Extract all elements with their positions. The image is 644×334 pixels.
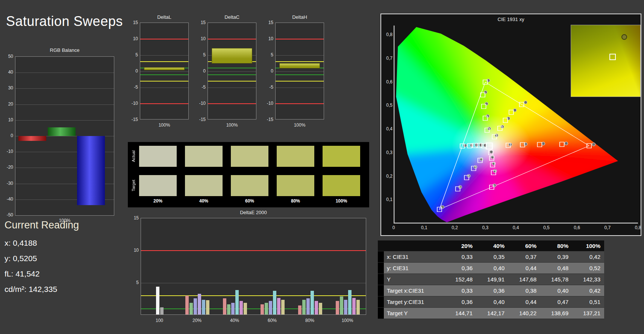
rgb-bar-green — [48, 127, 76, 136]
delta-bar — [144, 67, 185, 70]
deltae-bar — [356, 300, 360, 315]
cie-x-tick: 0 — [388, 225, 399, 230]
rgb-y-tick: 20 — [3, 101, 13, 107]
cie-y-tick: 0,7 — [382, 56, 392, 61]
deltae-y-tick: 5 — [128, 280, 139, 285]
cie-x-tick: 0,6 — [571, 225, 583, 230]
reading-y: y: 0,5205 — [5, 254, 79, 263]
deltae-bar — [239, 301, 243, 315]
rgb-gridline — [15, 73, 114, 73]
ref-line-green — [141, 308, 366, 309]
deltae-bar — [206, 300, 209, 315]
reading-cdm: cd/m²: 142,335 — [5, 285, 79, 294]
table-cell: 0,36 — [444, 296, 476, 308]
row-handle — [378, 251, 384, 263]
table-cell: 0,47 — [540, 296, 572, 308]
deltae-bar — [202, 300, 205, 315]
ref-line — [140, 81, 188, 82]
ref-line — [140, 39, 188, 39]
table-row: Target y:CIE310,360,400,440,470,51 — [378, 296, 604, 308]
rgb-bar-blue — [77, 136, 105, 205]
deltae-x-label: 60% — [261, 318, 283, 323]
table-cell: 0,39 — [540, 251, 572, 263]
delta-plot — [140, 23, 189, 119]
deltae-bar — [273, 291, 276, 315]
rgb-y-tick: -40 — [3, 196, 13, 202]
deltae-x-label: 40% — [223, 318, 246, 323]
table-col-header: 60% — [508, 240, 540, 251]
swatch-target-40% — [185, 175, 223, 196]
table-col-header: 100% — [572, 240, 604, 251]
delta-y-tick: 15 — [195, 20, 206, 25]
cie-y-tick: 0,6 — [382, 79, 392, 85]
page-title: Saturation Sweeps — [6, 14, 123, 29]
delta-y-tick: -10 — [127, 101, 138, 106]
rgb-y-tick: 30 — [3, 85, 13, 91]
swatch-actual-40% — [185, 146, 223, 167]
table-cell: 142,17 — [476, 308, 508, 319]
delta-y-tick: 0 — [262, 68, 273, 74]
table-corner — [378, 240, 384, 251]
swatch-actual-100% — [323, 146, 360, 167]
table-row-label: Y — [384, 274, 444, 285]
delta-y-tick: -5 — [127, 85, 138, 90]
table-col-header: 20% — [444, 240, 476, 251]
rgb-y-tick: 0 — [3, 133, 13, 138]
delta-x-label: 100% — [275, 122, 324, 128]
current-reading: Current Reading x: 0,4188y: 0,5205fL: 41… — [5, 219, 79, 300]
table-cell: 0,44 — [508, 296, 540, 308]
cie-y-tick: 0,2 — [382, 174, 392, 179]
delta-gridline — [140, 88, 188, 88]
reading-x: x: 0,4188 — [5, 239, 79, 248]
swatch-actual-20% — [139, 146, 177, 167]
deltae-bar — [189, 303, 193, 315]
table-row-label: x: CIE31 — [384, 251, 444, 263]
table-row: Target x:CIE310,330,360,380,400,42 — [378, 285, 604, 296]
deltae-plot — [141, 218, 366, 315]
cie-x-tick: 0,8 — [632, 225, 644, 230]
delta-y-tick: -15 — [127, 117, 138, 122]
ref-line — [140, 61, 188, 62]
deltae-bar — [298, 305, 302, 315]
table-corner — [384, 240, 444, 251]
deltae-bar — [231, 303, 235, 315]
table-row-label: y: CIE31 — [384, 263, 444, 274]
table-cell: 0,33 — [444, 285, 476, 296]
delta-chart-deltal: DeltaL151050-5-10-15100% — [127, 14, 190, 131]
delta-y-tick: 15 — [262, 20, 273, 25]
swatch-col-label: 80% — [277, 198, 314, 204]
row-handle — [378, 263, 384, 274]
table-row: Target Y144,71142,17140,22138,69137,21 — [378, 308, 604, 319]
deltae-bar — [223, 298, 226, 315]
deltae-bar — [185, 296, 189, 315]
ref-line — [276, 81, 324, 82]
table-cell: 0,40 — [476, 296, 508, 308]
cie-x-tick: 0,4 — [510, 225, 521, 230]
table-row: Y152,48149,91147,68145,78142,33 — [378, 274, 604, 285]
delta-chart-title: DeltaL — [140, 14, 189, 20]
deltae-bar — [336, 301, 339, 315]
table-cell: 0,52 — [572, 263, 604, 274]
table-cell: 0,38 — [508, 285, 540, 296]
deltae-bar — [156, 287, 159, 315]
delta-y-tick: 10 — [262, 36, 273, 41]
deltae-bar — [319, 303, 322, 315]
delta-y-tick: 0 — [127, 68, 138, 74]
swatch-row-label-actual: Actual — [129, 146, 138, 167]
ref-line — [276, 103, 324, 104]
delta-gridline — [208, 88, 256, 88]
table-cell: 0,44 — [508, 263, 540, 274]
measurement-table-grid: 20%40%60%80%100%x: CIE310,330,350,370,39… — [378, 240, 604, 319]
rgb-y-tick: -30 — [3, 181, 13, 186]
table-cell: 0,40 — [476, 263, 508, 274]
table-cell: 145,78 — [540, 274, 572, 285]
ref-line — [140, 103, 188, 104]
delta-y-tick: 15 — [127, 20, 138, 25]
swatch-comparison-panel: ActualTarget20%40%60%80%100% — [128, 142, 369, 207]
deltae-bar — [194, 298, 197, 315]
delta-chart-deltac: DeltaC151050-5-10-15100% — [195, 14, 258, 131]
deltae-bar — [340, 296, 343, 315]
delta-y-tick: 10 — [127, 36, 138, 41]
ref-line — [276, 74, 324, 75]
delta-y-tick: 5 — [262, 52, 273, 57]
